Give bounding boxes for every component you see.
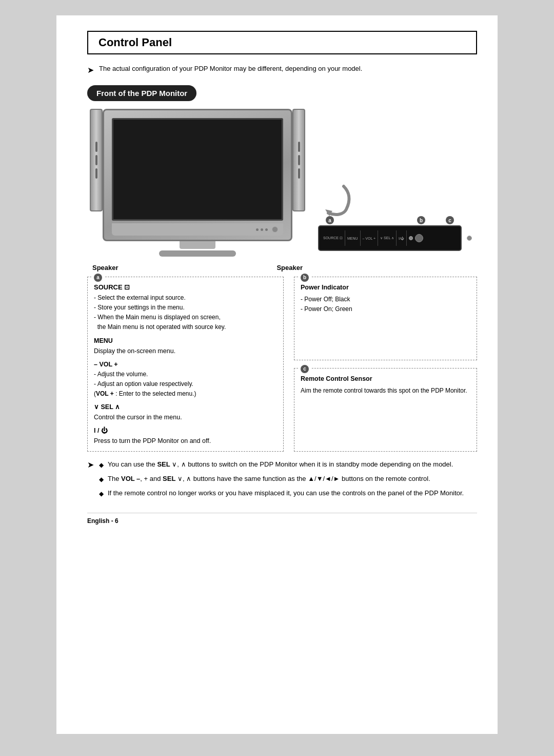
source-btn-label: SOURCE ⊡ — [323, 236, 343, 240]
control-panel-image: SOURCE ⊡ MENU – VOL + ∨ SEL ∧ I/⏻ — [318, 225, 462, 251]
marker-a: a — [326, 216, 334, 224]
note-text: The actual configuration of your PDP Mon… — [99, 65, 362, 72]
menu-btn-label: MENU — [347, 237, 358, 240]
remote-sensor-desc: Aim the remote control towards this spot… — [301, 387, 467, 394]
sensor-circle — [415, 234, 423, 242]
source-label: SOURCE ⊡ — [94, 283, 130, 291]
box-a-label: a — [92, 272, 104, 282]
source-item-3: - When the Main menu is displayed on scr… — [94, 313, 277, 322]
sel-btn-label: ∨ SEL ∧ — [380, 236, 394, 240]
info-box-c: c Remote Control Sensor Aim the remote c… — [294, 368, 477, 452]
monitor-screen — [112, 118, 283, 221]
power-btn-label: I/⏻ — [399, 237, 404, 240]
power-heading: I / ⏻ — [94, 427, 108, 434]
bullet-1: ◆ You can use the SEL ∨, ∧ buttons to sw… — [99, 459, 477, 470]
power-indicator-heading: Power Indicator — [301, 284, 349, 291]
monitor-chin — [112, 223, 283, 236]
notes-content: ◆ You can use the SEL ∨, ∧ buttons to sw… — [99, 459, 477, 502]
monitor-frame — [103, 109, 292, 241]
monitor-illustration: Speaker Speaker a b c — [87, 109, 477, 272]
page: Control Panel ➤ The actual configuration… — [56, 15, 498, 734]
vol-heading: – VOL + — [94, 361, 118, 368]
speaker-left — [90, 109, 103, 211]
remote-sensor-heading: Remote Control Sensor — [301, 375, 372, 382]
diamond-icon-3: ◆ — [99, 489, 104, 498]
menu-desc: Display the on-screen menu. — [94, 347, 175, 355]
bullet-1-text: You can use the SEL ∨, ∧ buttons to swit… — [108, 459, 453, 470]
marker-c-badge: c — [301, 365, 309, 373]
vol-item-1: - Adjust the volume. — [94, 370, 277, 379]
speaker-left-label: Speaker — [92, 264, 118, 272]
diamond-icon-2: ◆ — [99, 475, 104, 484]
marker-b-badge: b — [301, 274, 309, 282]
bullet-3: ◆ If the remote control no longer works … — [99, 488, 477, 498]
vol-item-2: - Adjust an option value respectively. — [94, 379, 277, 389]
source-item-2: - Store your settings in the menu. — [94, 303, 277, 313]
section-header: Front of the PDP Monitor — [87, 85, 196, 101]
vol-btn-label: – VOL + — [363, 237, 376, 240]
source-item-4: the Main menu is not operated with sourc… — [94, 322, 277, 332]
vol-item-3: (VOL + : Enter to the selected menu.) — [94, 389, 277, 399]
page-title: Control Panel — [98, 36, 466, 49]
title-bar: Control Panel — [87, 31, 477, 54]
marker-c: c — [446, 216, 454, 224]
footer-text: English - 6 — [87, 517, 118, 525]
power-off-text: - Power Off; Black — [301, 295, 470, 304]
source-heading: SOURCE ⊡ - Select the external input sou… — [94, 282, 277, 333]
marker-b: b — [417, 216, 425, 224]
sel-heading: ∨ SEL ∧ — [94, 403, 120, 411]
menu-section: MENU Display the on-screen menu. — [94, 336, 277, 356]
power-led — [409, 236, 413, 240]
menu-heading: MENU — [94, 337, 113, 344]
zoom-arrow-icon — [318, 181, 354, 217]
box-b-label: b — [299, 272, 311, 282]
note-line: ➤ The actual configuration of your PDP M… — [87, 65, 477, 75]
sel-desc: Control the cursor in the menu. — [94, 414, 182, 421]
power-desc: Press to turn the PDP Monitor on and off… — [94, 437, 211, 444]
box-c-label: c — [299, 363, 311, 374]
notes-arrow-icon: ➤ — [87, 460, 94, 470]
monitor-stand — [87, 241, 308, 257]
info-row: a SOURCE ⊡ - Select the external input s… — [87, 277, 477, 452]
marker-a-badge: a — [94, 274, 102, 282]
bullet-2-text: The VOL –, + and SEL ∨, ∧ buttons have t… — [108, 474, 430, 484]
page-footer: English - 6 — [87, 513, 477, 525]
vol-section: – VOL + - Adjust the volume. - Adjust an… — [94, 359, 277, 399]
speaker-right — [292, 109, 305, 211]
info-box-b: b Power Indicator - Power Off; Black - P… — [294, 277, 477, 360]
bullet-3-text: If the remote control no longer works or… — [108, 488, 464, 498]
source-item-1: - Select the external input source. — [94, 293, 277, 303]
power-indicator-dot — [467, 236, 472, 241]
speaker-right-label: Speaker — [276, 264, 303, 272]
power-on-text: - Power On; Green — [301, 304, 470, 314]
info-box-a: a SOURCE ⊡ - Select the external input s… — [87, 277, 284, 452]
notes-section: ➤ ◆ You can use the SEL ∨, ∧ buttons to … — [87, 459, 477, 502]
sel-section: ∨ SEL ∧ Control the cursor in the menu. — [94, 402, 277, 422]
bullet-2: ◆ The VOL –, + and SEL ∨, ∧ buttons have… — [99, 474, 477, 484]
diamond-icon-1: ◆ — [99, 460, 104, 470]
arrow-icon: ➤ — [87, 65, 94, 75]
power-section: I / ⏻ Press to turn the PDP Monitor on a… — [94, 425, 277, 446]
